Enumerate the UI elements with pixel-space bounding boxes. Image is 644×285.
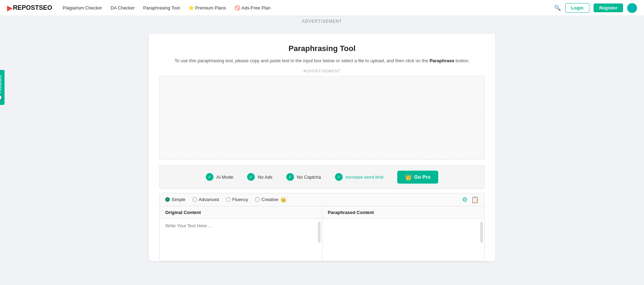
login-button[interactable]: Login	[565, 3, 589, 13]
increase-word-check-icon: ✓	[335, 173, 343, 181]
desc-post: button.	[454, 58, 469, 63]
tool-section: Simple Advanced Fluency Creative 👑 ⚙	[159, 193, 485, 261]
mode-simple[interactable]: Simple	[165, 197, 186, 202]
mode-simple-label: Simple	[172, 197, 186, 202]
content-columns: Original Content Paraphrased Content	[160, 206, 484, 261]
language-button[interactable]: 🌐	[627, 3, 637, 13]
go-pro-button[interactable]: 👑 Go Pro	[397, 171, 438, 184]
original-scrollbar[interactable]	[318, 222, 321, 243]
original-content-col: Original Content	[160, 206, 322, 261]
mode-advanced[interactable]: Advanced	[192, 197, 219, 202]
feature-no-ads: ✓ No Ads	[247, 173, 272, 181]
mode-fluency-label: Fluency	[232, 197, 248, 202]
nav-da-checker[interactable]: DA Checker	[111, 5, 135, 10]
no-ads-icon: 🚫	[234, 5, 240, 10]
mode-radio-group: Simple Advanced Fluency Creative 👑 ⚙	[160, 193, 484, 206]
main-wrapper: Paraphrasing Tool To use this paraphrasi…	[0, 27, 644, 268]
mode-fluency-radio[interactable]	[226, 197, 231, 202]
crown-icon: 👑	[405, 174, 412, 180]
nav-right: 🔍 Login Register 🌐	[554, 3, 637, 13]
mode-creative[interactable]: Creative 👑	[255, 197, 286, 202]
increase-word-label: Increase word limit	[345, 174, 383, 180]
desc-bold: Paraphrase	[429, 58, 454, 63]
feature-ai-mode: ✓ AI Mode	[206, 173, 233, 181]
creative-crown-icon: 👑	[280, 197, 286, 202]
paraphrased-scrollbar[interactable]	[480, 222, 483, 243]
no-captcha-label: No Captcha	[297, 174, 321, 180]
feature-increase-word: ✓ Increase word limit	[335, 173, 383, 181]
settings-button[interactable]: ⚙	[462, 196, 468, 204]
ad-top-text: ADVERTISEMENT	[302, 19, 342, 24]
paraphrased-col-body	[322, 219, 485, 261]
original-text-input[interactable]	[165, 223, 316, 251]
logo-text: REPOSTSEO	[13, 4, 52, 12]
paraphrased-col-header: Paraphrased Content	[322, 206, 485, 219]
nav-paraphrasing[interactable]: Paraphrasing Tool	[143, 5, 180, 10]
go-pro-label: Go Pro	[414, 174, 430, 180]
nav-ads-free[interactable]: 🚫 Ads-Free Plan	[234, 5, 271, 10]
original-col-body	[160, 219, 322, 261]
site-logo[interactable]: ▶ REPOSTSEO	[7, 4, 52, 12]
no-ads-label: No Ads	[258, 174, 272, 180]
ai-mode-check-icon: ✓	[206, 173, 214, 181]
ad-space	[159, 76, 485, 160]
ai-mode-label: AI Mode	[216, 174, 233, 180]
mode-advanced-radio[interactable]	[192, 197, 197, 202]
navbar: ▶ REPOSTSEO Plagiarism Checker DA Checke…	[0, 0, 644, 16]
paraphrased-content-col: Paraphrased Content	[322, 206, 485, 261]
feature-no-captcha: ✓ No Captcha	[286, 173, 321, 181]
logo-arrow-icon: ▶	[7, 4, 12, 12]
pro-banner: ✓ AI Mode ✓ No Ads ✓ No Captcha ✓ Increa…	[159, 165, 485, 189]
mode-simple-radio[interactable]	[165, 197, 170, 202]
nav-premium[interactable]: ⭐ Premium Plans	[188, 5, 226, 10]
ads-free-label: Ads-Free Plan	[241, 5, 271, 10]
original-col-header: Original Content	[160, 206, 322, 219]
no-ads-check-icon: ✓	[247, 173, 255, 181]
desc-pre: To use this paraphrasing tool, please co…	[175, 58, 429, 63]
search-icon[interactable]: 🔍	[554, 5, 561, 11]
ad-inner-label: ADVERTISEMENT	[159, 69, 485, 73]
premium-label: Premium Plans	[195, 5, 226, 10]
no-captcha-check-icon: ✓	[286, 173, 294, 181]
main-card: Paraphrasing Tool To use this paraphrasi…	[149, 34, 495, 261]
mode-advanced-label: Advanced	[199, 197, 219, 202]
tool-icon-group: ⚙ 📋	[462, 196, 479, 204]
nav-links: Plagiarism Checker DA Checker Paraphrasi…	[63, 5, 554, 10]
nav-plagiarism[interactable]: Plagiarism Checker	[63, 5, 102, 10]
mode-fluency[interactable]: Fluency	[226, 197, 248, 202]
feedback-sidebar[interactable]: 💬 Feedback	[0, 70, 5, 105]
register-button[interactable]: Register	[594, 3, 623, 12]
paste-button[interactable]: 📋	[471, 196, 479, 204]
feedback-icon: 💬	[0, 95, 2, 100]
tool-description: To use this paraphrasing tool, please co…	[159, 57, 485, 65]
feedback-label: Feedback	[0, 75, 2, 93]
tool-title: Paraphrasing Tool	[159, 44, 485, 53]
mode-creative-label: Creative	[261, 197, 278, 202]
ad-top-banner: ADVERTISEMENT	[0, 16, 644, 27]
star-icon: ⭐	[188, 5, 194, 10]
mode-creative-radio[interactable]	[255, 197, 260, 202]
